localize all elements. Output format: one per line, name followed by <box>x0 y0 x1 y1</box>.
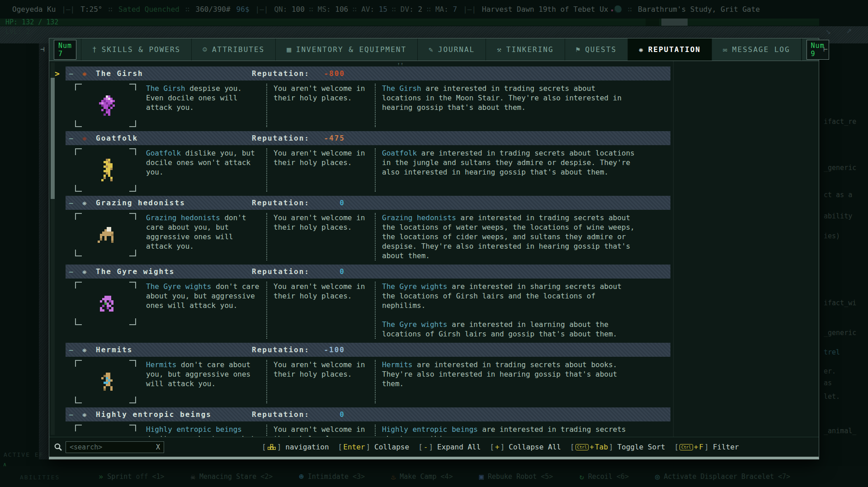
tab-label: TINKERING <box>506 45 554 54</box>
prev-tab-key-label[interactable]: Num 7 <box>54 40 76 60</box>
column-separator <box>266 282 267 339</box>
column-separator <box>375 282 376 339</box>
next-tab-pager[interactable]: Num 9 <box>802 38 834 61</box>
holy-places-text: You aren't welcome in their holy places. <box>274 360 368 403</box>
person-icon: ☺ <box>203 45 207 54</box>
scrollbar-thumb[interactable] <box>51 78 55 199</box>
faction-list: > − ❋ The Girsh Reputation: -800 The Gir… <box>49 61 819 437</box>
navigation-keys-icon <box>268 444 276 450</box>
faction-interests-text: Hermits are interested in trading secret… <box>382 360 639 403</box>
faction-section-the-gyre-wights: > − ❋ The Gyre wights Reputation: 0 The … <box>49 265 819 339</box>
faction-standing-text: The Gyre wights don't care about you, bu… <box>146 282 260 339</box>
collapse-toggle[interactable]: − <box>69 199 79 208</box>
column-separator <box>375 213 376 260</box>
tab-attributes[interactable]: ☺ ATTRIBUTES <box>192 38 276 61</box>
faction-detail: The Gyre wights don't care about you, bu… <box>75 282 819 339</box>
holy-places-text: You aren't welcome in their holy places. <box>274 148 368 192</box>
scroll-indicator-icon: ↑↑ <box>397 61 404 66</box>
prev-tab-pager[interactable]: Num 7 <box>49 38 81 61</box>
sword-icon: † <box>92 45 97 54</box>
faction-name: The Gyre wights <box>96 267 175 276</box>
faction-standing-text: Grazing hedonists don't care about you, … <box>146 213 260 260</box>
tab-strip-right-bracket: ⊢ <box>823 45 828 53</box>
faction-flower-icon: ❋ <box>82 199 92 207</box>
faction-portrait <box>75 425 136 437</box>
faction-detail: Highly entropic beings don't care about … <box>75 425 819 437</box>
faction-header[interactable]: > − ❋ Hermits Reputation: -100 <box>66 343 670 357</box>
faction-interests-text: Highly entropic beings are interested in… <box>382 425 639 437</box>
collapse-toggle[interactable]: − <box>69 134 79 143</box>
window-footer: <search> X []navigation[Enter]Collapse[-… <box>49 437 819 457</box>
faction-section-goatfolk: > − ❋ Goatfolk Reputation: -475 Goatfolk… <box>49 131 819 192</box>
reputation-label: Reputation: <box>252 199 310 207</box>
tab-reputation[interactable]: ❋ REPUTATION <box>628 38 712 61</box>
column-separator <box>266 213 267 260</box>
faction-header[interactable]: > − ❋ The Girsh Reputation: -800 <box>66 66 670 80</box>
tab-label: INVENTORY & EQUIPMENT <box>296 45 406 54</box>
faction-detail: The Girsh despise you. Even docile ones … <box>75 84 819 127</box>
collapse-toggle[interactable]: − <box>69 69 79 78</box>
faction-header[interactable]: > − ❋ The Gyre wights Reputation: 0 <box>66 265 670 279</box>
scrollbar-track[interactable] <box>51 62 55 435</box>
faction-interests-text: Goatfolk are interested in trading secre… <box>382 148 639 192</box>
reputation-value: -475 <box>316 134 345 142</box>
tab-label: SKILLS & POWERS <box>102 45 181 54</box>
hint-navigation: []navigation <box>262 443 329 451</box>
reputation-value: -800 <box>316 69 345 78</box>
chest-icon: ▦ <box>287 45 291 54</box>
reputation-label: Reputation: <box>252 69 310 78</box>
faction-interests-text: The Girsh are interested in trading secr… <box>382 84 639 127</box>
faction-portrait <box>75 84 136 127</box>
pencil-icon: ✎ <box>429 45 433 54</box>
search-placeholder: <search> <box>70 443 102 451</box>
faction-sprite <box>98 296 100 298</box>
faction-section-hermits: > − ❋ Hermits Reputation: -100 Hermits d… <box>49 343 819 403</box>
hint-filter: [Ctrl+F]Filter <box>674 443 739 451</box>
faction-header[interactable]: > − ❋ Goatfolk Reputation: -475 <box>66 131 670 145</box>
tab-skills-powers[interactable]: † SKILLS & POWERS <box>81 38 192 61</box>
faction-interests-text: Grazing hedonists are interested in trad… <box>382 213 639 260</box>
collapse-toggle[interactable]: − <box>69 410 79 419</box>
reputation-label: Reputation: <box>252 134 310 142</box>
collapse-toggle[interactable]: − <box>69 267 79 276</box>
ctrl-key-icon: Ctrl <box>679 444 693 450</box>
faction-standing-text: The Girsh despise you. Even docile ones … <box>146 84 260 127</box>
reputation-label: Reputation: <box>252 267 310 276</box>
faction-name: The Girsh <box>96 69 143 78</box>
faction-flower-icon: ❋ <box>82 69 92 78</box>
tab-label: JOURNAL <box>438 45 475 54</box>
column-separator <box>375 84 376 127</box>
reputation-value: -100 <box>316 345 345 354</box>
faction-name: Grazing hedonists <box>96 199 185 207</box>
collapse-toggle[interactable]: − <box>69 345 79 355</box>
faction-flower-icon: ❋ <box>82 134 92 142</box>
reputation-panel: ↑↑ > − ❋ The Girsh Reputation: -800 The … <box>49 61 819 459</box>
tab-quests[interactable]: ⚑ QUESTS <box>565 38 628 61</box>
reputation-value: 0 <box>316 199 345 207</box>
faction-detail: Goatfolk dislike you, but docile ones wo… <box>75 148 819 192</box>
faction-interests-text: The Gyre wights are interested in sharin… <box>382 282 639 339</box>
search-clear-button[interactable]: X <box>156 443 160 451</box>
hint-toggle-sort: [Ctrl+Tab]Toggle Sort <box>570 443 665 451</box>
badge-icon: ❋ <box>639 45 643 54</box>
faction-header[interactable]: > − ❋ Grazing hedonists Reputation: 0 <box>66 196 670 210</box>
search-input[interactable]: <search> X <box>66 441 164 453</box>
tab-label: MESSAGE LOG <box>732 45 790 54</box>
column-separator <box>266 425 267 437</box>
tab-inventory-equipment[interactable]: ▦ INVENTORY & EQUIPMENT <box>276 38 418 61</box>
faction-portrait <box>75 360 136 403</box>
faction-portrait <box>75 282 136 325</box>
tab-tinkering[interactable]: ⚒ TINKERING <box>486 38 565 61</box>
column-separator <box>266 360 267 403</box>
reputation-label: Reputation: <box>252 410 310 419</box>
tab-journal[interactable]: ✎ JOURNAL <box>418 38 486 61</box>
faction-sprite <box>98 227 100 229</box>
reputation-label: Reputation: <box>252 345 310 354</box>
faction-flower-icon: ❋ <box>82 345 92 354</box>
ctrl-key-icon: Ctrl <box>576 444 589 450</box>
tab-label: REPUTATION <box>648 45 701 54</box>
holy-places-text: You aren't welcome in their holy places. <box>274 213 368 260</box>
faction-header[interactable]: > − ❋ Highly entropic beings Reputation:… <box>66 407 670 421</box>
tab-message-log[interactable]: ✉ MESSAGE LOG <box>712 38 802 61</box>
game-screen: Ogeyeda Ku |—| T:25° ∷ Sated Quenched ∷ … <box>0 0 868 487</box>
